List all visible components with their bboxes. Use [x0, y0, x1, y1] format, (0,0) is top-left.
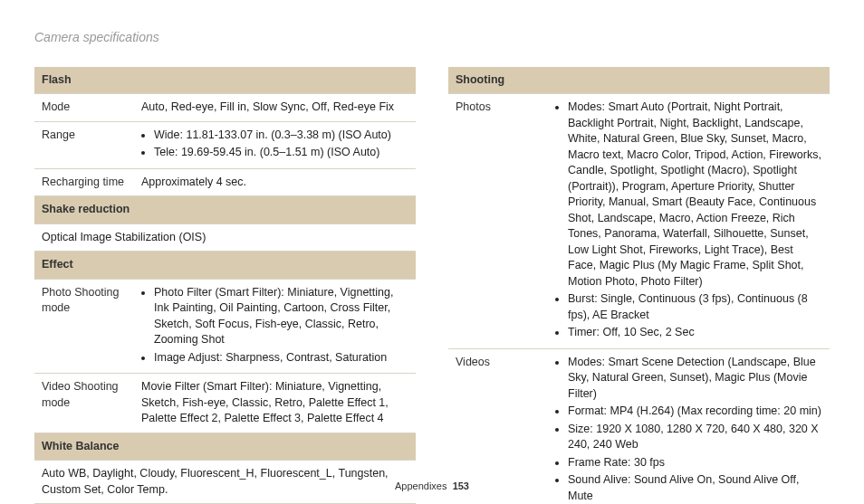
- photos-burst: Burst: Single, Continuous (3 fps), Conti…: [568, 291, 822, 323]
- left-spec-table: Flash Mode Auto, Red-eye, Fill in, Slow …: [34, 67, 416, 504]
- videos-modes: Modes: Smart Scene Detection (Landscape,…: [568, 355, 822, 403]
- wb-header: White Balance: [34, 433, 416, 461]
- effect-image-adjust: Image Adjust: Sharpness, Contrast, Satur…: [154, 350, 408, 366]
- flash-header: Flash: [34, 67, 416, 94]
- videos-size: Size: 1920 X 1080, 1280 X 720, 640 X 480…: [568, 422, 822, 453]
- footer-page-number: 153: [453, 480, 469, 491]
- flash-range-tele: Tele: 19.69-59.45 in. (0.5–1.51 m) (ISO …: [154, 145, 408, 161]
- shooting-header: Shooting: [448, 67, 830, 94]
- effect-header: Effect: [34, 252, 416, 280]
- flash-range-value: Wide: 11.81-133.07 in. (0.3–3.38 m) (ISO…: [134, 121, 416, 168]
- videos-framerate: Frame Rate: 30 fps: [568, 455, 822, 471]
- effect-video-value: Movie Filter (Smart Filter): Miniature, …: [134, 374, 416, 433]
- shake-header: Shake reduction: [34, 196, 416, 224]
- videos-format: Format: MP4 (H.264) (Max recording time:…: [568, 404, 822, 420]
- effect-photo-filter: Photo Filter (Smart Filter): Miniature, …: [154, 285, 408, 348]
- footer-section: Appendixes: [395, 480, 447, 491]
- photos-value: Modes: Smart Auto (Portrait, Night Portr…: [548, 94, 830, 349]
- photos-modes: Modes: Smart Auto (Portrait, Night Portr…: [568, 100, 822, 290]
- shake-value: Optical Image Stabilization (OIS): [34, 223, 416, 252]
- flash-range-wide: Wide: 11.81-133.07 in. (0.3–3.38 m) (ISO…: [154, 128, 408, 144]
- effect-photo-label: Photo Shooting mode: [34, 279, 134, 374]
- photos-label: Photos: [448, 94, 548, 349]
- effect-video-label: Video Shooting mode: [34, 374, 134, 433]
- flash-recharging-value: Approximately 4 sec.: [134, 168, 416, 196]
- page-title: Camera specifications: [34, 29, 830, 47]
- flash-mode-value: Auto, Red-eye, Fill in, Slow Sync, Off, …: [134, 94, 416, 122]
- flash-mode-label: Mode: [34, 94, 134, 122]
- photos-timer: Timer: Off, 10 Sec, 2 Sec: [568, 325, 822, 341]
- right-spec-table: Shooting Photos Modes: Smart Auto (Portr…: [448, 67, 830, 504]
- page-footer: Appendixes 153: [0, 480, 864, 493]
- flash-recharging-label: Recharging time: [34, 168, 134, 196]
- flash-range-label: Range: [34, 121, 134, 168]
- effect-photo-value: Photo Filter (Smart Filter): Miniature, …: [134, 279, 416, 374]
